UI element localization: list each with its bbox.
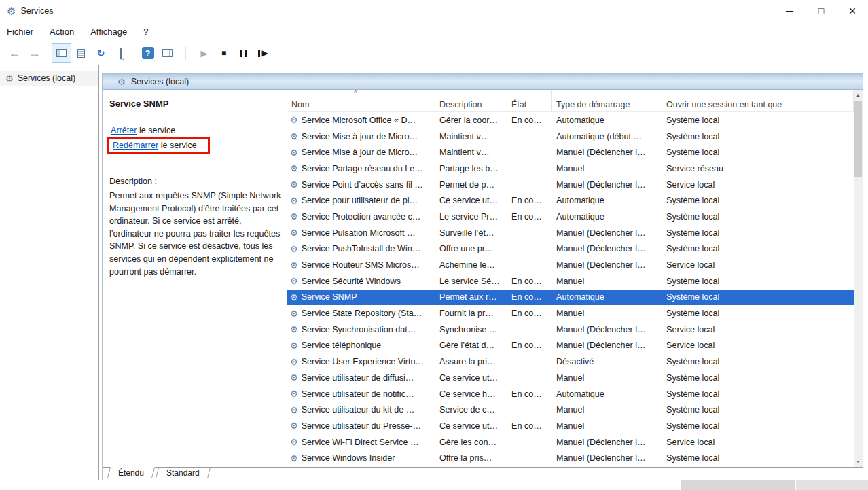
vertical-scrollbar[interactable]: ▲ ▼ xyxy=(854,90,863,467)
toolbar-separator xyxy=(185,46,186,60)
column-header-description[interactable]: Description xyxy=(435,90,507,111)
restart-service-link[interactable]: Redémarrer xyxy=(113,141,158,150)
scrollbar-thumb[interactable] xyxy=(854,101,862,177)
table-row[interactable]: ⚙Service Sécurité WindowsLe service Sé…E… xyxy=(287,273,854,290)
table-cell: Système local xyxy=(662,305,854,321)
table-cell: Système local xyxy=(662,273,854,290)
table-row[interactable]: ⚙Service utilisateur du kit de …Service … xyxy=(287,402,854,418)
table-cell: Service réseau xyxy=(662,160,854,177)
table-row[interactable]: ⚙Service utilisateur de diffusi…Ce servi… xyxy=(287,370,854,386)
table-cell: ⚙Service State Repository (Sta… xyxy=(287,305,435,321)
restart-service-button[interactable]: ▶ xyxy=(254,44,272,62)
table-row[interactable]: ⚙Service utilisateur de notific…Ce servi… xyxy=(287,386,854,402)
services-gear-icon: ⚙ xyxy=(5,74,14,83)
table-cell: Système local xyxy=(662,402,854,418)
maximize-button[interactable]: □ xyxy=(806,0,837,22)
table-cell: En co… xyxy=(507,273,552,290)
background-fragment xyxy=(681,480,795,490)
table-row[interactable]: ⚙Service Partage réseau du Le…Partage le… xyxy=(287,160,854,177)
table-row[interactable]: ⚙Service Mise à jour de Micro…Maintient … xyxy=(287,128,854,145)
scroll-down-icon[interactable]: ▼ xyxy=(854,457,863,467)
show-console-tree-button[interactable] xyxy=(52,44,71,62)
description-text: Permet aux requêtes SNMP (Simple Network… xyxy=(109,190,282,278)
selected-service-title: Service SNMP xyxy=(109,99,279,109)
back-button[interactable]: ← xyxy=(5,44,24,62)
table-cell: En co… xyxy=(507,418,552,434)
table-row[interactable]: ⚙Service utilisateur du Presse-…Ce servi… xyxy=(287,418,854,434)
table-row[interactable]: ⚙Service SNMPPermet aux r…En co…Automati… xyxy=(287,290,854,306)
table-cell: ⚙Service Partage réseau du Le… xyxy=(287,160,435,177)
table-cell: En co… xyxy=(507,338,552,354)
table-row[interactable]: ⚙Service Synchronisation dat…Synchronise… xyxy=(287,321,854,338)
table-row[interactable]: ⚙Service téléphoniqueGère l’état d…En co… xyxy=(287,338,854,354)
column-header-session[interactable]: Ouvrir une session en tant que xyxy=(662,90,854,111)
restart-icon: ▶ xyxy=(258,49,268,57)
column-header-type-demarrage[interactable]: Type de démarrage xyxy=(552,90,662,111)
view-options-button[interactable] xyxy=(158,44,177,62)
tree-item-services-local[interactable]: ⚙ Services (local) xyxy=(0,71,98,86)
table-cell: Manuel xyxy=(552,402,662,418)
table-row[interactable]: ⚙Service Routeur SMS Micros…Achemine le…… xyxy=(287,257,854,273)
table-cell: Manuel (Déclencher l… xyxy=(552,434,662,451)
table-row[interactable]: ⚙Service Mise à jour de Micro…Maintient … xyxy=(287,144,854,160)
table-cell: ⚙Service Routeur SMS Micros… xyxy=(287,257,435,273)
table-cell: Ce service h… xyxy=(435,386,507,402)
table-cell: Ce service ut… xyxy=(435,370,507,386)
scroll-up-icon[interactable]: ▲ xyxy=(854,90,863,100)
tab-etendu[interactable]: Étendu xyxy=(107,467,155,478)
table-row[interactable]: ⚙Service Point d’accès sans fil …Permet … xyxy=(287,177,854,193)
console-tree-icon xyxy=(56,49,67,57)
forward-button[interactable]: → xyxy=(25,44,43,62)
service-gear-icon: ⚙ xyxy=(290,309,298,318)
services-window: ⚙ Services ─ □ × Fichier Action Affichag… xyxy=(0,0,868,490)
table-cell: Automatique xyxy=(552,112,662,128)
minimize-button[interactable]: ─ xyxy=(774,0,806,22)
main-panel: ⚙ Services (local) Service SNMP Arrêter … xyxy=(102,73,863,480)
table-row[interactable]: ⚙Service Wi-Fi Direct Service …Gère les … xyxy=(287,434,854,451)
column-header-nom[interactable]: Nom xyxy=(287,90,435,111)
stop-icon: ■ xyxy=(221,49,226,57)
titlebar: ⚙ Services ─ □ × xyxy=(0,0,868,22)
column-header-etat[interactable]: État xyxy=(507,90,552,111)
menu-affichage[interactable]: Affichage xyxy=(82,27,135,37)
table-cell: Automatique xyxy=(552,209,662,225)
table-row[interactable]: ⚙Service Microsoft Office « D…Gérer la c… xyxy=(287,112,854,128)
table-cell: Service local xyxy=(662,434,854,451)
table-cell: Manuel (Déclencher l… xyxy=(552,144,662,160)
table-row[interactable]: ⚙Service Protection avancée c…Le service… xyxy=(287,209,854,225)
table-row[interactable]: ⚙Service PushToInstall de Win…Offre une … xyxy=(287,241,854,258)
table-row[interactable]: ⚙Service Windows InsiderOffre la pris…Ma… xyxy=(287,450,854,466)
menu-fichier[interactable]: Fichier xyxy=(7,27,41,37)
export-list-button[interactable]: → xyxy=(111,44,130,62)
table-cell: En co… xyxy=(507,112,552,128)
table-cell: Système local xyxy=(662,144,854,160)
table-cell: ⚙Service Mise à jour de Micro… xyxy=(287,144,435,160)
table-row[interactable]: ⚙Service Pulsation Microsoft …Surveille … xyxy=(287,225,854,241)
table-row[interactable]: ⚙Service State Repository (Sta…Fournit l… xyxy=(287,305,854,321)
menu-help[interactable]: ? xyxy=(135,27,156,37)
stop-service-suffix: le service xyxy=(137,126,176,135)
services-list-pane: ^ Nom Description État Type de démarrage… xyxy=(287,90,863,467)
properties-button[interactable] xyxy=(72,44,90,62)
pause-service-button[interactable] xyxy=(234,44,253,62)
menu-action[interactable]: Action xyxy=(41,27,82,37)
table-row[interactable]: ⚙Service pour utilisateur de pl…Ce servi… xyxy=(287,192,854,209)
start-service-button[interactable]: ▶ xyxy=(195,44,213,62)
table-cell: Offre la pris… xyxy=(435,450,507,466)
stop-service-link[interactable]: Arrêter xyxy=(111,126,137,135)
tab-standard[interactable]: Standard xyxy=(156,468,211,478)
table-cell: ⚙Service Mise à jour de Micro… xyxy=(287,128,435,145)
table-cell: Manuel xyxy=(552,370,662,386)
stop-service-button[interactable]: ■ xyxy=(215,44,233,62)
restart-service-line: Redémarrer le service xyxy=(111,141,197,150)
annotation-highlight-box: Redémarrer le service xyxy=(107,137,210,154)
table-cell: Automatique (début … xyxy=(552,128,662,145)
refresh-button[interactable]: ↻ xyxy=(92,44,110,62)
close-button[interactable]: × xyxy=(837,0,868,22)
table-cell xyxy=(507,177,552,193)
table-cell xyxy=(507,450,552,466)
table-row[interactable]: ⚙Service User Experience Virtu…Assure la… xyxy=(287,353,854,370)
service-gear-icon: ⚙ xyxy=(290,406,298,415)
help-button[interactable]: ? xyxy=(139,44,157,62)
table-cell: Maintient v… xyxy=(435,128,507,145)
